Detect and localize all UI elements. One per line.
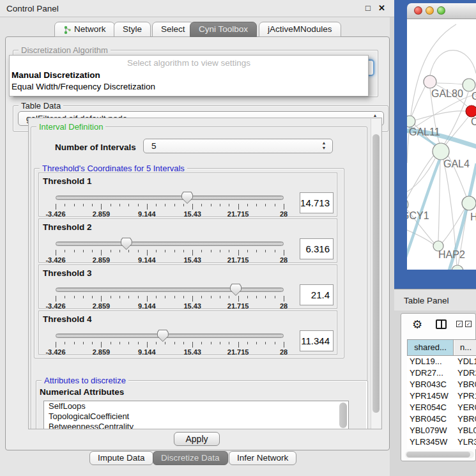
checkbox-icon[interactable]: ✓ [465, 321, 472, 327]
gear-icon[interactable]: ⚙ [412, 318, 422, 332]
settings-scrollbar-track[interactable] [371, 119, 381, 429]
network-window-titlebar[interactable] [407, 3, 476, 19]
attributes-list-scrollbar[interactable] [339, 403, 347, 428]
scale-label: 21.715 [227, 302, 249, 310]
dropdown-item-equal-width-frequency[interactable]: Equal Width/Frequency Discretization [12, 82, 155, 91]
tick-mark [74, 204, 75, 206]
table-cell[interactable]: YIL0... [457, 448, 476, 449]
threshold-1-value-field[interactable]: 14.713 [300, 192, 334, 213]
numerical-attributes-list[interactable]: SelfLoopsTopologicalCoefficientBetweenne… [43, 401, 349, 429]
table-row[interactable]: YLR345WYLR3... [407, 436, 476, 448]
tab-network[interactable]: Network [54, 22, 115, 37]
columns-icon[interactable] [436, 319, 447, 329]
table-cell[interactable]: YBR043C [410, 379, 447, 390]
threshold-1-slider[interactable]: -3.4262.8599.14415.4321.71528 [56, 193, 284, 215]
threshold-3-value-field[interactable]: 21.4 [300, 284, 334, 305]
table-cell[interactable]: YDR27... [410, 367, 443, 379]
table-row[interactable]: YER054CYER0... [407, 402, 476, 413]
threshold-4-value-field[interactable]: 11.344 [300, 330, 334, 351]
table-cell[interactable]: YPR1... [457, 390, 476, 402]
table-cell[interactable]: YBL0... [457, 425, 476, 436]
slider-track[interactable] [56, 242, 284, 246]
threshold-2-value-field[interactable]: 6.316 [300, 238, 334, 259]
minimize-traffic-light-icon[interactable] [426, 6, 434, 15]
table-cell[interactable]: YLR345W [410, 436, 447, 448]
table-cell[interactable]: YBR045C [410, 413, 447, 425]
table-cell[interactable]: YBL079W [410, 425, 447, 436]
table-cell[interactable]: YLR3... [457, 436, 476, 448]
close-panel-icon[interactable]: ✕ [378, 3, 385, 13]
tab-style-label: Style [123, 24, 142, 34]
threshold-2-panel: Threshold 2 -3.4262.8599.14415.4321.7152… [38, 219, 337, 263]
table-cell[interactable]: YER0... [457, 402, 476, 413]
table-cell[interactable]: YIL052C [410, 448, 442, 449]
tick-mark [247, 342, 248, 344]
table-row[interactable]: YBR045CYBR0... [407, 413, 476, 425]
table-cell[interactable]: YDL19... [410, 356, 442, 367]
zoom-traffic-light-icon[interactable] [437, 6, 445, 15]
tab-discretize-data[interactable]: Discretize Data [153, 451, 228, 465]
tab-style[interactable]: Style [114, 22, 151, 37]
tab-select[interactable]: Select [152, 22, 194, 37]
column-header-name[interactable]: n... [454, 340, 476, 355]
slider-track[interactable] [56, 196, 284, 200]
table-cell[interactable]: YBR0... [457, 379, 476, 390]
attribute-list-item[interactable]: TopologicalCoefficient [44, 411, 348, 422]
attribute-list-item[interactable]: BetweennessCentrality [44, 422, 348, 429]
slider-track[interactable] [56, 288, 284, 292]
tick-mark [192, 296, 193, 302]
table-cell[interactable]: YBR0... [457, 413, 476, 425]
table-row[interactable]: YDR27...YDR2... [407, 367, 476, 379]
network-canvas[interactable]: GAL80 GA C GAL11 GAL4 GCY1 H HAP2 [407, 19, 476, 270]
checkbox-icon[interactable]: ✓ [456, 321, 463, 327]
tick-mark [165, 250, 165, 252]
table-row[interactable]: YBL079WYBL0... [407, 425, 476, 436]
column-header-shared-name[interactable]: shared... [408, 340, 454, 355]
float-window-icon[interactable]: □ [365, 3, 371, 13]
table-row[interactable]: YDL19...YDL1... [407, 356, 476, 367]
slider-thumb[interactable] [121, 238, 132, 250]
threshold-2-slider[interactable]: -3.4262.8599.14415.4321.71528 [56, 239, 284, 261]
tick-mark [119, 342, 120, 344]
table-row[interactable]: YBR043CYBR0... [407, 379, 476, 390]
tick-mark [111, 250, 111, 252]
attribute-list-item[interactable]: SelfLoops [44, 401, 348, 411]
tab-cyni-toolbox[interactable]: Cyni Toolbox [190, 22, 257, 37]
tick-mark [201, 204, 202, 206]
threshold-4-slider[interactable]: -3.4262.8599.14415.4321.71528 [56, 331, 284, 353]
apply-button[interactable]: Apply [174, 432, 220, 446]
table-cell[interactable]: YDR2... [457, 367, 476, 379]
thresholds-group-title: Threshold's Coordinates for 5 Intervals [40, 164, 187, 173]
node-label-gal4: GAL4 [443, 158, 470, 169]
tick-mark [284, 250, 284, 256]
tab-infer-network[interactable]: Infer Network [229, 451, 296, 465]
table-row[interactable]: YPR145WYPR1... [407, 390, 476, 402]
threshold-3-slider[interactable]: -3.4262.8599.14415.4321.71528 [56, 285, 284, 307]
number-of-intervals-combobox[interactable]: 5 ▲▼ [143, 139, 333, 153]
tick-mark [56, 204, 56, 210]
table-row[interactable]: YIL052CYIL0... [407, 448, 476, 449]
slider-thumb[interactable] [230, 284, 242, 296]
slider-thumb[interactable] [181, 192, 193, 204]
tick-mark [192, 204, 193, 210]
tick-mark [56, 296, 56, 302]
settings-scrollbar-thumb[interactable] [372, 134, 380, 413]
dropdown-placeholder-item[interactable]: Select algorithm to view settings [10, 58, 368, 68]
tab-impute-data[interactable]: Impute Data [89, 451, 153, 465]
slider-track[interactable] [56, 334, 284, 338]
node-label-gcy1: GCY1 [407, 210, 429, 221]
table-cell[interactable]: YDL1... [457, 356, 476, 367]
slider-thumb[interactable] [157, 330, 169, 342]
tick-mark [229, 204, 229, 206]
table-horizontal-scrollbar-thumb[interactable] [406, 452, 470, 457]
close-traffic-light-icon[interactable] [414, 6, 422, 15]
table-cell[interactable]: YPR145W [410, 390, 449, 402]
tab-jactivemnodules[interactable]: jActiveMNodules [259, 22, 341, 37]
table-horizontal-scrollbar[interactable] [405, 451, 474, 458]
scale-label: 28 [280, 256, 288, 264]
tick-mark [138, 250, 139, 252]
tab-jactivemnodules-label: jActiveMNodules [268, 24, 332, 34]
tick-mark [275, 250, 275, 252]
table-cell[interactable]: YER054C [410, 402, 447, 413]
dropdown-item-manual-discretization[interactable]: Manual Discretization [12, 70, 100, 80]
